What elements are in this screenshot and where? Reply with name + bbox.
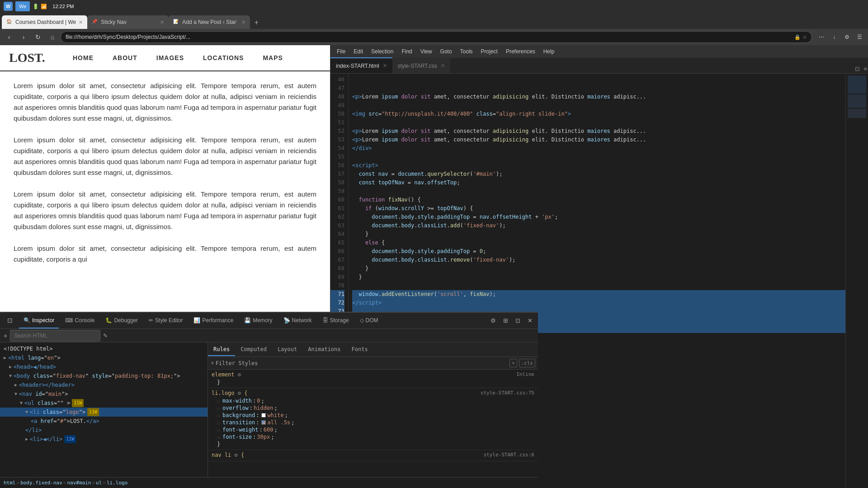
html-doctype[interactable]: <!DOCTYPE html> <box>0 344 208 353</box>
menu-preferences[interactable]: Preferences <box>502 47 539 56</box>
devtools-search-row: + ✎ <box>0 329 538 343</box>
html-li-2[interactable]: ▶ <li> ◀ </li> 11W <box>0 435 208 444</box>
devtools-tab-debugger[interactable]: 🐛 Debugger <box>101 313 142 328</box>
prop-toggle-6[interactable]: ☐ <box>217 435 220 440</box>
breadcrumb-html[interactable]: html <box>4 480 16 486</box>
pick-element-icon[interactable]: ✎ <box>103 333 108 339</box>
breadcrumb-ul[interactable]: ul <box>96 480 102 486</box>
html-head[interactable]: ▶ <head> ◀ /head> <box>0 362 208 371</box>
menu-help[interactable]: Help <box>540 47 558 56</box>
home-button[interactable]: ⌂ <box>46 31 59 43</box>
settings-icon[interactable]: ⚙ <box>841 31 853 43</box>
nav-locations[interactable]: LOCATIONS <box>193 50 253 66</box>
devtools-tab-console[interactable]: ⌨ Console <box>61 313 99 328</box>
paragraph-1: Lorem ipsum dolor sit amet, consectetur … <box>14 80 316 124</box>
devtools-layout-icon[interactable]: ⊞ <box>500 316 511 325</box>
prop-toggle-3[interactable]: ☐ <box>217 413 220 418</box>
styles-tab-computed[interactable]: Computed <box>235 343 272 356</box>
prop-transition: ☐ transition: all .5s; <box>212 419 534 426</box>
devtools-tab-dom[interactable]: ◇ DOM <box>355 313 383 328</box>
editor-tab-html-close[interactable]: ✕ <box>383 63 387 69</box>
refresh-button[interactable]: ↻ <box>32 31 44 43</box>
menu-project[interactable]: Project <box>477 47 501 56</box>
editor-tab-css-close[interactable]: ✕ <box>441 63 445 69</box>
styles-tab-fonts[interactable]: Fonts <box>346 343 373 356</box>
tab-label-3: Add a New Post ‹ Starlifer... <box>182 19 236 25</box>
html-html[interactable]: ▶ <html lang="en"> <box>0 353 208 362</box>
devtools-settings-icon[interactable]: ⚙ <box>488 316 499 325</box>
breadcrumb-nav[interactable]: nav#main <box>67 480 91 486</box>
nav-about[interactable]: ABOUT <box>103 50 147 66</box>
extensions-icon[interactable]: ⋯ <box>816 31 827 43</box>
add-node-icon[interactable]: + <box>4 332 7 339</box>
devtools-tab-storage[interactable]: 🗄 Storage <box>318 313 354 328</box>
html-body[interactable]: ▼ <body class="fixed-nav" style="padding… <box>0 371 208 380</box>
tab-courses-dashboard[interactable]: 🏠 Courses Dashboard | We ✕ <box>2 15 87 29</box>
devtools-tab-style-editor[interactable]: ✏ Style Editor <box>144 313 187 328</box>
breadcrumb-li[interactable]: li.logo <box>107 480 127 486</box>
devtools-actions: ⚙ ⊞ ⊡ ✕ <box>488 316 535 325</box>
tab-sticky-nav[interactable]: 📌 Sticky Nav ✕ <box>87 15 169 29</box>
menu-file[interactable]: File <box>333 47 349 56</box>
devtools-open-close[interactable]: ⊡ <box>3 313 17 328</box>
styles-tab-rules[interactable]: Rules <box>208 343 235 356</box>
styles-tab-layout[interactable]: Layout <box>272 343 302 356</box>
os-taskbar-button[interactable]: We <box>15 1 30 11</box>
nav-images[interactable]: IMAGES <box>147 50 193 66</box>
prop-font-size: ☐ font-size: 30px; <box>212 433 534 441</box>
prop-toggle-1[interactable]: ☐ <box>217 399 220 404</box>
devtools-tab-performance[interactable]: 📊 Performance <box>189 313 238 328</box>
filter-classes-icon[interactable]: .cls <box>519 359 536 367</box>
breadcrumb-body[interactable]: body.fixed-nav <box>20 480 62 486</box>
tab-favicon-3: 📝 <box>173 19 179 25</box>
html-li-close[interactable]: </li> <box>0 426 208 435</box>
devtools-tab-memory[interactable]: 💾 Memory <box>240 313 277 328</box>
menu-goto[interactable]: Goto <box>437 47 456 56</box>
html-li-logo[interactable]: ▼ <li class="logo"> 11W <box>0 408 208 417</box>
html-nav[interactable]: ▼ <nav id="main"> <box>0 389 208 399</box>
menu-selection[interactable]: Selection <box>368 47 397 56</box>
menu-view[interactable]: View <box>417 47 436 56</box>
debugger-label: Debugger <box>114 317 138 324</box>
menu-icon[interactable]: ☰ <box>854 31 865 43</box>
tab-favicon-1: 🏠 <box>6 19 13 25</box>
nav-maps[interactable]: MAPS <box>253 50 292 66</box>
nav-home[interactable]: HOME <box>63 50 103 66</box>
os-app-icon[interactable]: W <box>4 2 13 11</box>
tab-close-2[interactable]: ✕ <box>160 19 164 25</box>
devtools-body: <!DOCTYPE html> ▶ <html lang="en"> ▶ <he… <box>0 343 538 477</box>
devtools-close-icon[interactable]: ✕ <box>525 316 535 325</box>
address-bar[interactable]: file:///home/drh/Sync/Desktop/Projects/J… <box>61 31 812 43</box>
prop-toggle-2[interactable]: ☐ <box>217 406 220 411</box>
search-html-input[interactable] <box>10 330 100 342</box>
menu-tools[interactable]: Tools <box>457 47 476 56</box>
styles-tab-animations[interactable]: Animations <box>302 343 346 356</box>
code-line-50: <img src="http://unsplash.it/400/400" cl… <box>352 110 845 118</box>
tab-close-3[interactable]: ✕ <box>241 19 245 25</box>
devtools-detach-icon[interactable]: ⊡ <box>513 316 523 325</box>
devtools-tab-inspector[interactable]: 🔍 Inspector <box>19 313 59 328</box>
menu-find[interactable]: Find <box>398 47 415 56</box>
prop-toggle-4[interactable]: ☐ <box>217 420 220 425</box>
tab-add-post[interactable]: 📝 Add a New Post ‹ Starlifer... ✕ <box>169 15 250 29</box>
editor-tab-html[interactable]: index-START.html ✕ <box>330 57 392 73</box>
bookmark-icon[interactable]: ☆ <box>802 34 807 40</box>
forward-button[interactable]: › <box>17 31 30 43</box>
devtools-tab-network[interactable]: 📡 Network <box>279 313 316 328</box>
split-editor-icon[interactable]: ⊡ <box>854 65 861 73</box>
html-a-logo[interactable]: <a href="#">LOST.</a> <box>0 417 208 426</box>
new-tab-button[interactable]: + <box>250 16 263 29</box>
menu-edit[interactable]: Edit <box>350 47 367 56</box>
prop-toggle-5[interactable]: ☐ <box>217 427 220 432</box>
more-tabs-icon[interactable]: ≡ <box>863 65 868 73</box>
html-ul[interactable]: ▼ <ul class="" > 11W <box>0 399 208 408</box>
back-button[interactable]: ‹ <box>3 31 15 43</box>
code-line-52: <p>Lorem ipsum dolor sit amet, consectet… <box>352 127 845 136</box>
site-logo: LOST. <box>9 51 54 65</box>
tab-close-1[interactable]: ✕ <box>79 19 83 25</box>
download-icon[interactable]: ↓ <box>828 31 840 43</box>
editor-tab-css[interactable]: style-START.css ✕ <box>392 57 450 73</box>
html-header[interactable]: ▶ <header></header> <box>0 380 208 389</box>
address-text: file:///home/drh/Sync/Desktop/Projects/J… <box>66 34 794 40</box>
add-rule-icon[interactable]: + <box>509 359 517 367</box>
